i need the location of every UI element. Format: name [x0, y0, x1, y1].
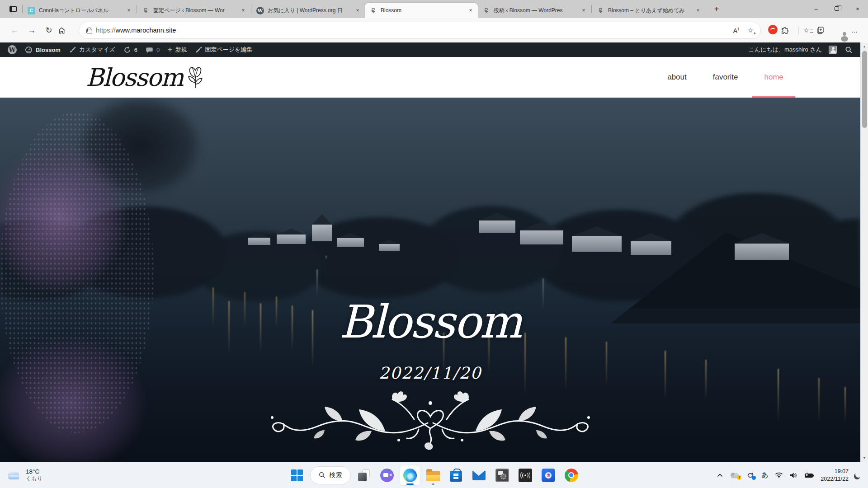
new-content-menu[interactable]: + 新規 — [164, 42, 191, 57]
wp-admin-bar: W Blossom カスタマイズ 6 0 + — [0, 42, 860, 57]
update-sync-button[interactable] — [745, 471, 755, 480]
conoha-favicon-icon: C — [28, 7, 35, 14]
hidden-icons-button[interactable] — [716, 473, 724, 478]
add-favorite-button[interactable]: ☆+ — [743, 23, 758, 38]
nav-item-favorite[interactable]: favorite — [713, 57, 738, 98]
microsoft-store-button[interactable] — [446, 465, 466, 485]
back-button[interactable]: ← — [6, 22, 23, 38]
cast-connect-button[interactable] — [515, 465, 535, 485]
tab-close-button[interactable]: × — [239, 6, 248, 15]
task-view-button[interactable] — [354, 465, 374, 485]
chrome-icon — [565, 469, 578, 482]
admin-site-name[interactable]: Blossom — [21, 42, 65, 57]
volume-button[interactable] — [789, 471, 798, 479]
tab-divider — [706, 5, 706, 13]
tab-title: ConoHaコントロールパネル — [39, 7, 124, 14]
star-icon: ☆ — [748, 27, 754, 34]
clipchamp-button[interactable] — [538, 465, 558, 485]
tab-title: お気に入り | WordPress.org 日 — [268, 7, 353, 14]
refresh-button[interactable]: ↻ — [41, 22, 57, 38]
hero-image: Blossom 2022/11/20 — [0, 98, 860, 462]
edge-browser-button[interactable] — [400, 465, 420, 485]
tulip-favicon-icon — [142, 7, 150, 14]
chrome-button[interactable] — [561, 465, 581, 485]
tab-divider — [22, 5, 23, 13]
forward-button[interactable]: → — [24, 22, 40, 38]
window-minimize-button[interactable]: – — [806, 0, 826, 17]
profile-button[interactable] — [832, 23, 846, 38]
onedrive-button[interactable]: ! — [729, 471, 741, 479]
favorites-hub-button[interactable]: ☆ — [801, 23, 816, 38]
window-close-button[interactable]: × — [847, 0, 868, 17]
flourish-ornament-icon — [236, 388, 625, 455]
tab-divider — [137, 5, 137, 13]
nav-item-about[interactable]: about — [667, 57, 687, 98]
settings-more-button[interactable]: … — [847, 23, 862, 38]
updates-menu[interactable]: 6 — [119, 42, 142, 57]
toolbar-divider — [798, 26, 798, 34]
tab-actions-button[interactable] — [6, 2, 20, 16]
hero-title: Blossom — [339, 296, 521, 348]
wordpress-logo-icon: W — [8, 45, 17, 54]
tab-close-button[interactable]: × — [579, 6, 588, 15]
tab-close-button[interactable]: × — [353, 6, 362, 15]
my-account-menu[interactable]: こんにちは、masshiro さん — [745, 42, 841, 57]
tab-conoha[interactable]: C ConoHaコントロールパネル × — [23, 3, 136, 18]
tab-title: Blossom — [381, 7, 466, 14]
update-icon — [123, 46, 131, 54]
trend-micro-icon — [768, 25, 778, 34]
tulip-favicon-icon — [482, 7, 490, 14]
extensions-button[interactable] — [781, 23, 795, 38]
weather-widget[interactable]: 18°C くもり — [6, 468, 42, 483]
tab-close-button[interactable]: × — [466, 6, 475, 15]
comments-menu[interactable]: 0 — [142, 42, 164, 57]
tab-pages[interactable]: 固定ページ ‹ Blossom — Wor × — [137, 3, 250, 18]
taskbar-search[interactable]: 検索 — [310, 466, 351, 484]
user-avatar — [829, 46, 837, 54]
collections-icon — [816, 26, 825, 34]
chat-camera-icon — [380, 469, 394, 482]
ime-indicator[interactable]: あ — [760, 470, 769, 480]
scroll-down-arrow[interactable]: ▼ — [863, 454, 866, 462]
tab-posts[interactable]: 投稿 ‹ Blossom — WordPres × — [478, 3, 591, 18]
mail-envelope-icon — [472, 470, 486, 480]
home-button[interactable] — [58, 22, 74, 38]
page-scrollbar[interactable]: ▲ ▼ — [860, 42, 868, 462]
focus-assist-button[interactable] — [854, 470, 864, 480]
clock-date: 2022/11/22 — [821, 475, 849, 483]
scroll-up-arrow[interactable]: ▲ — [863, 42, 866, 50]
admin-search[interactable] — [841, 42, 857, 57]
mail-button[interactable] — [469, 465, 489, 485]
address-bar[interactable]: https://www.marochann.site A) ☆+ — [79, 22, 761, 39]
edit-page-menu[interactable]: 固定ページを編集 — [191, 42, 257, 57]
nav-item-home[interactable]: home — [764, 57, 783, 98]
window-restore-button[interactable] — [826, 0, 847, 17]
tab-divider — [591, 5, 592, 13]
collections-button[interactable] — [816, 23, 831, 38]
alert-badge: ! — [737, 475, 741, 480]
tab-close-button[interactable]: × — [693, 6, 703, 15]
customize-menu[interactable]: カスタマイズ — [65, 42, 119, 57]
system-tray: ! あ 19:07 2022/11/22 — [716, 468, 864, 483]
tab-blossom-site[interactable]: Blossom – とりあえず始めてみ × — [592, 3, 705, 18]
site-logo[interactable]: Blossom — [86, 63, 204, 92]
tab-blossom-active[interactable]: Blossom × — [365, 3, 478, 18]
scrollbar-thumb[interactable] — [862, 51, 867, 128]
tab-title: Blossom – とりあえず始めてみ — [608, 7, 693, 14]
read-aloud-button[interactable]: A) — [729, 23, 743, 38]
wifi-button[interactable] — [774, 471, 784, 479]
teams-chat-button[interactable] — [377, 465, 397, 485]
dashboard-icon — [25, 46, 33, 54]
screen: C ConoHaコントロールパネル × 固定ページ ‹ Blossom — Wo… — [0, 0, 868, 488]
tab-wordpress-org[interactable]: W お気に入り | WordPress.org 日 × — [252, 3, 365, 18]
trend-micro-extension-button[interactable] — [765, 23, 780, 38]
start-button[interactable] — [287, 465, 307, 485]
battery-button[interactable] — [803, 471, 816, 479]
file-explorer-button[interactable] — [423, 465, 443, 485]
taskbar-clock[interactable]: 19:07 2022/11/22 — [821, 468, 849, 483]
wifi-icon — [775, 472, 783, 479]
system-tools-button[interactable] — [492, 465, 512, 485]
tab-close-button[interactable]: × — [124, 6, 133, 15]
new-tab-button[interactable]: + — [709, 2, 724, 16]
wp-logo-menu[interactable]: W — [4, 42, 21, 57]
